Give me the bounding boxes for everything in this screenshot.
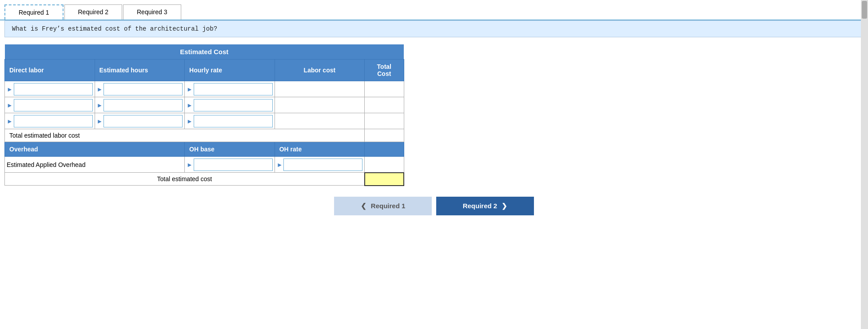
estimated-hours-input-cell-2: ► (95, 97, 185, 113)
labor-cost-cell-2 (275, 97, 365, 113)
col-hourly-rate: Hourly rate (185, 59, 275, 81)
estimated-applied-overhead-label: Estimated Applied Overhead (5, 157, 185, 173)
direct-labor-input-cell-3: ► (5, 113, 95, 129)
oh-base-label: OH base (185, 142, 275, 157)
total-cost-cell-1 (365, 81, 404, 97)
arrow-icon-1c: ► (187, 86, 193, 93)
next-chevron-icon: ❯ (502, 202, 507, 210)
tab-label: Required 2 (78, 8, 109, 16)
arrow-icon-oh-base: ► (187, 161, 193, 168)
arrow-icon-oh-rate: ► (277, 161, 283, 168)
next-button-label: Required 2 (463, 202, 498, 210)
overhead-total-value (365, 157, 404, 173)
oh-rate-input[interactable] (283, 159, 362, 171)
estimated-hours-input-1[interactable] (104, 83, 183, 95)
tab-required2[interactable]: Required 2 (64, 4, 123, 20)
oh-rate-label: OH rate (275, 142, 365, 157)
arrow-icon-2c: ► (187, 102, 193, 109)
arrow-icon-2a: ► (7, 102, 13, 109)
direct-labor-input-3[interactable] (14, 115, 93, 127)
col-total-cost: Total Cost (365, 59, 404, 81)
prev-chevron-icon: ❮ (361, 202, 366, 210)
oh-base-input-cell: ► (185, 157, 275, 173)
labor-cost-cell-1 (275, 81, 365, 97)
estimated-cost-table: Estimated Cost Direct labor Estimated ho… (4, 44, 404, 186)
total-label: Total estimated cost (5, 173, 365, 186)
tab-label: Required 1 (19, 9, 49, 16)
arrow-icon-3a: ► (7, 118, 13, 125)
estimated-hours-input-3[interactable] (104, 115, 183, 127)
arrow-icon-3b: ► (97, 118, 103, 125)
total-cost-cell-3 (365, 113, 404, 129)
direct-labor-input-cell-1: ► (5, 81, 95, 97)
estimated-hours-input-cell-1: ► (95, 81, 185, 97)
subtotal-label: Total estimated labor cost (5, 129, 365, 142)
table-row: ► ► ► (5, 81, 404, 97)
total-row: Total estimated cost (5, 173, 404, 186)
nav-buttons: ❮ Required 1 Required 2 ❯ (0, 197, 868, 224)
scrollbar[interactable] (861, 0, 868, 329)
total-value-cell (365, 173, 404, 186)
table-container: Estimated Cost Direct labor Estimated ho… (4, 44, 404, 186)
oh-rate-input-cell: ► (275, 157, 365, 173)
direct-labor-input-cell-2: ► (5, 97, 95, 113)
overhead-data-row: Estimated Applied Overhead ► ► (5, 157, 404, 173)
table-row: ► ► ► (5, 97, 404, 113)
hourly-rate-input-2[interactable] (194, 99, 273, 111)
next-button[interactable]: Required 2 ❯ (436, 197, 534, 215)
estimated-hours-input-2[interactable] (104, 99, 183, 111)
tabs-container: Required 1 Required 2 Required 3 (0, 4, 868, 20)
tab-required1[interactable]: Required 1 (4, 4, 64, 20)
oh-base-input[interactable] (194, 159, 273, 171)
tab-label: Required 3 (137, 8, 167, 16)
prev-button-label: Required 1 (371, 202, 406, 210)
arrow-icon-2b: ► (97, 102, 103, 109)
direct-labor-input-2[interactable] (14, 99, 93, 111)
col-labor-cost: Labor cost (275, 59, 365, 81)
question-banner: What is Frey’s estimated cost of the arc… (4, 20, 864, 37)
tab-required3[interactable]: Required 3 (123, 4, 181, 20)
estimated-hours-input-cell-3: ► (95, 113, 185, 129)
question-text: What is Frey’s estimated cost of the arc… (12, 25, 217, 32)
hourly-rate-input-cell-1: ► (185, 81, 275, 97)
arrow-icon-1a: ► (7, 86, 13, 93)
overhead-header-row: Overhead OH base OH rate (5, 142, 404, 157)
hourly-rate-input-1[interactable] (194, 83, 273, 95)
hourly-rate-input-3[interactable] (194, 115, 273, 127)
table-title: Estimated Cost (5, 44, 404, 59)
subtotal-row: Total estimated labor cost (5, 129, 404, 142)
arrow-icon-3c: ► (187, 118, 193, 125)
table-row: ► ► ► (5, 113, 404, 129)
col-direct-labor: Direct labor (5, 59, 95, 81)
prev-button[interactable]: ❮ Required 1 (334, 197, 432, 215)
hourly-rate-input-cell-3: ► (185, 113, 275, 129)
direct-labor-input-1[interactable] (14, 83, 93, 95)
col-estimated-hours: Estimated hours (95, 59, 185, 81)
overhead-label: Overhead (5, 142, 185, 157)
labor-cost-cell-3 (275, 113, 365, 129)
overhead-total-header (365, 142, 404, 157)
scrollbar-thumb[interactable] (862, 1, 867, 19)
hourly-rate-input-cell-2: ► (185, 97, 275, 113)
total-cost-cell-2 (365, 97, 404, 113)
arrow-icon-1b: ► (97, 86, 103, 93)
subtotal-value (365, 129, 404, 142)
